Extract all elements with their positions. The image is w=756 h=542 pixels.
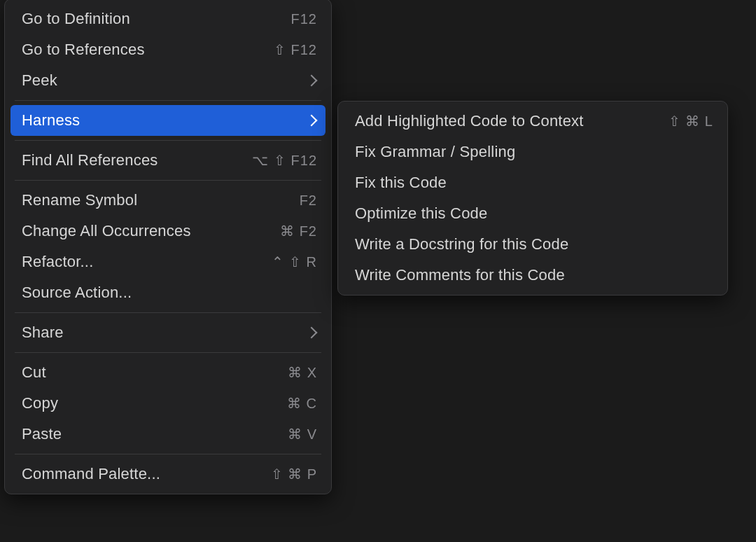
menu-item-label: Write a Docstring for this Code [355,235,568,253]
menu-item-label: Command Palette... [22,465,160,483]
menu-item-label: Go to References [22,41,145,59]
menu-item-shortcut: ⇧ ⌘ P [271,466,317,482]
submenu-item-write-comments[interactable]: Write Comments for this Code [338,260,727,291]
menu-item-label: Fix this Code [355,174,447,192]
submenu-item-write-docstring[interactable]: Write a Docstring for this Code [338,229,727,260]
menu-item-shortcut: ⌘ F2 [280,223,317,239]
menu-separator [15,140,321,141]
menu-item-go-to-references[interactable]: Go to References ⇧ F12 [5,34,331,65]
menu-item-shortcut: ⌘ X [288,364,317,381]
context-menu: Go to Definition F12 Go to References ⇧ … [4,0,332,494]
menu-item-share[interactable]: Share [5,317,331,348]
menu-item-copy[interactable]: Copy ⌘ C [5,388,331,419]
menu-item-shortcut: F2 [300,193,317,209]
menu-item-label: Cut [22,363,46,382]
menu-item-label: Copy [22,394,58,412]
menu-item-harness[interactable]: Harness [10,105,326,136]
submenu-indicator [307,76,317,85]
submenu-indicator [307,328,317,337]
menu-item-command-palette[interactable]: Command Palette... ⇧ ⌘ P [5,459,331,489]
submenu-item-fix-this-code[interactable]: Fix this Code [338,167,727,198]
harness-submenu: Add Highlighted Code to Context ⇧ ⌘ L Fi… [337,101,728,296]
menu-item-cut[interactable]: Cut ⌘ X [5,357,331,388]
menu-item-shortcut: ⌥ ⇧ F12 [252,152,317,169]
menu-item-label: Optimize this Code [355,204,487,223]
menu-separator [15,100,321,101]
menu-item-label: Add Highlighted Code to Context [355,112,584,130]
menu-item-label: Refactor... [22,253,93,271]
menu-item-label: Source Action... [22,284,132,302]
menu-item-label: Harness [22,111,80,130]
menu-item-label: Fix Grammar / Spelling [355,143,515,161]
menu-item-label: Write Comments for this Code [355,266,565,284]
submenu-item-add-highlighted-code[interactable]: Add Highlighted Code to Context ⇧ ⌘ L [338,106,727,137]
menu-item-peek[interactable]: Peek [5,65,331,96]
chevron-right-icon [306,327,318,339]
menu-item-shortcut: ⌘ C [287,395,317,412]
menu-item-rename-symbol[interactable]: Rename Symbol F2 [5,185,331,216]
menu-item-shortcut: ⇧ ⌘ L [668,113,713,130]
chevron-right-icon [306,115,318,127]
menu-item-label: Peek [22,71,57,90]
submenu-item-fix-grammar-spelling[interactable]: Fix Grammar / Spelling [338,137,727,167]
chevron-right-icon [306,75,318,87]
menu-separator [15,312,321,313]
menu-item-shortcut: ⌘ V [288,426,317,443]
menu-item-shortcut: ⌃ ⇧ R [272,253,317,270]
menu-separator [15,454,321,454]
menu-item-go-to-definition[interactable]: Go to Definition F12 [5,4,331,34]
menu-item-label: Change All Occurrences [22,222,191,240]
menu-item-label: Go to Definition [22,10,130,28]
menu-item-label: Find All References [22,151,158,169]
menu-item-label: Share [22,324,64,342]
submenu-item-optimize-this-code[interactable]: Optimize this Code [338,198,727,229]
menu-item-label: Rename Symbol [22,191,137,209]
menu-separator [15,352,321,353]
menu-item-refactor[interactable]: Refactor... ⌃ ⇧ R [5,246,331,277]
menu-item-find-all-references[interactable]: Find All References ⌥ ⇧ F12 [5,145,331,176]
menu-separator [15,180,321,181]
menu-item-paste[interactable]: Paste ⌘ V [5,419,331,450]
menu-item-label: Paste [22,425,62,443]
submenu-indicator [307,116,317,125]
menu-item-shortcut: ⇧ F12 [274,41,317,58]
menu-item-source-action[interactable]: Source Action... [5,277,331,308]
menu-item-shortcut: F12 [291,11,317,27]
menu-item-change-all-occurrences[interactable]: Change All Occurrences ⌘ F2 [5,216,331,246]
